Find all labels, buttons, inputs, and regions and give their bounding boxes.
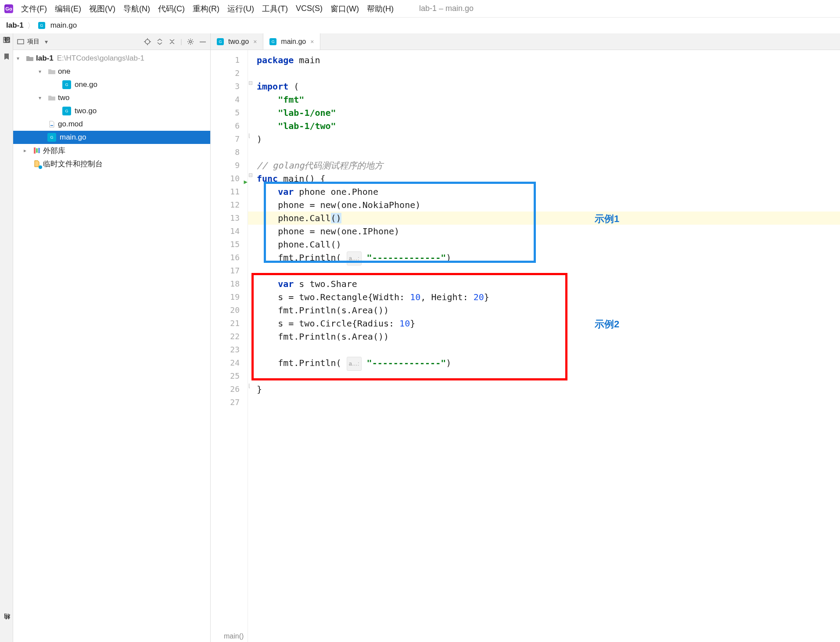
tree-folder-two[interactable]: ▾ two [13,91,210,104]
tree-folder-one[interactable]: ▾ one [13,65,210,78]
collapse-all-icon[interactable] [168,38,176,46]
folder-icon [47,67,56,76]
fold-end-icon[interactable]: ⌊ [248,383,251,389]
app-logo: Go [4,4,13,13]
param-hint: a…: [347,251,362,265]
chevron-right-icon: 〉 [27,21,35,31]
tab-main-go[interactable]: G main.go × [263,33,320,50]
chevron-down-icon[interactable]: ▾ [42,38,50,46]
locate-icon[interactable] [144,38,151,46]
go-file-icon: G [269,38,276,45]
file-icon [47,120,56,129]
folder-icon [25,54,34,63]
tree-file-label: two.go [75,107,97,115]
svg-rect-2 [18,39,24,44]
svg-rect-0 [4,37,10,43]
menu-code[interactable]: 代码(C) [158,4,185,14]
tab-label: two.go [228,38,249,46]
menu-navigate[interactable]: 导航(N) [123,4,150,14]
external-lib-icon [32,146,41,155]
window-title: lab-1 – main.go [419,4,474,13]
tree-project-root[interactable]: ▾ lab-1 E:\HTCodes\golangs\lab-1 [13,52,210,65]
menu-window[interactable]: 窗口(W) [330,4,359,14]
scratch-icon [32,159,41,168]
annotation-label-1: 示例1 [595,212,619,226]
menu-edit[interactable]: 编辑(E) [55,4,81,14]
gear-icon[interactable] [187,38,194,46]
project-toolbar-label[interactable]: 项目 [27,38,39,46]
fold-icon[interactable]: ⊟ [248,172,253,178]
go-file-icon: G [47,133,56,142]
tree-root-label: lab-1 [36,54,54,63]
tree-root-path: E:\HTCodes\golangs\lab-1 [57,54,144,63]
tree-file-go-mod[interactable]: go.mod [13,118,210,131]
param-hint: a…: [347,357,362,371]
tree-scratches-label: 临时文件和控制台 [43,159,103,169]
close-icon[interactable]: × [253,38,257,45]
go-file-icon: G [62,80,71,89]
menu-file[interactable]: 文件(F) [21,4,47,14]
menu-help[interactable]: 帮助(H) [367,4,394,14]
svg-point-3 [145,39,150,44]
tree-scratches[interactable]: 临时文件和控制台 [13,157,210,170]
tree-external-libs[interactable]: ▸ 外部库 [13,144,210,157]
fold-end-icon[interactable]: ⌊ [248,133,251,139]
menu-refactor[interactable]: 重构(R) [193,4,219,14]
tree-external-libs-label: 外部库 [43,146,65,156]
go-file-icon: G [217,38,224,45]
go-file-icon: G [62,107,71,115]
tree-file-label: main.go [60,133,86,142]
svg-point-8 [190,40,192,43]
menu-vcs[interactable]: VCS(S) [296,4,323,13]
fold-icon[interactable]: ⊟ [248,80,253,86]
breadcrumb: lab-1 〉 G main.go [0,18,840,33]
close-icon[interactable]: × [310,38,314,45]
tree-file-two-go[interactable]: G two.go [13,104,210,118]
expand-all-icon[interactable] [156,38,164,46]
annotation-label-2: 示例2 [595,318,619,331]
project-tool-icon[interactable] [3,36,11,44]
bookmark-tool-icon[interactable] [3,53,11,61]
menu-run[interactable]: 运行(U) [227,4,254,14]
code-editor[interactable]: ⊟ ⌊ ⊟ ⌊ package main import ( "fmt" "lab… [248,50,840,642]
tree-file-label: go.mod [58,120,83,129]
tab-two-go[interactable]: G two.go × [211,33,263,50]
hide-panel-icon[interactable]: — [199,38,207,46]
editor-gutter[interactable]: 123 456 789 10▶ 111213 141516 171819 202… [211,50,248,642]
tab-label: main.go [281,38,306,46]
go-file-icon: G [38,22,45,29]
tree-file-label: one.go [75,80,97,89]
tree-file-main-go[interactable]: G main.go [13,131,210,144]
svg-rect-9 [50,125,53,126]
tree-folder-label: one [58,67,70,76]
project-view-icon [17,38,25,46]
folder-icon [47,93,56,102]
tree-folder-label: two [58,93,69,102]
status-bar-context[interactable]: main() [219,631,248,642]
menu-tools[interactable]: 工具(T) [262,4,288,14]
breadcrumb-file[interactable]: main.go [50,21,77,30]
tree-file-one-go[interactable]: G one.go [13,78,210,91]
menu-view[interactable]: 视图(V) [89,4,115,14]
breadcrumb-project[interactable]: lab-1 [6,21,24,30]
